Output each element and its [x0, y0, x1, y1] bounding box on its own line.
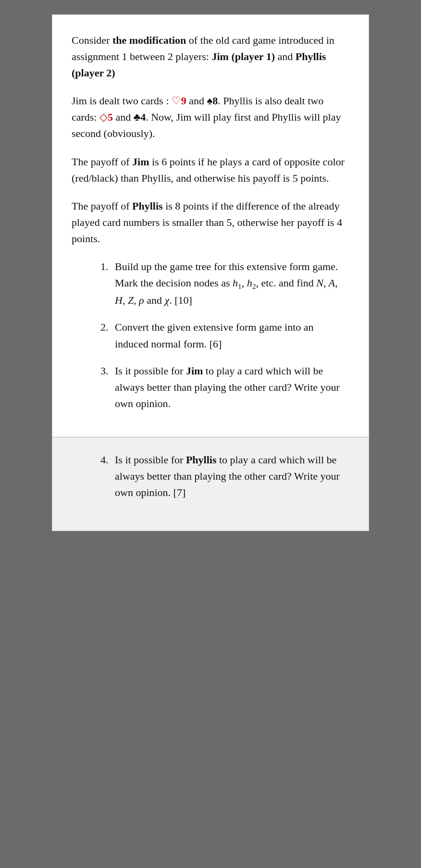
list-text-2: Convert the given extensive form game in…: [115, 319, 349, 352]
jim-card2-num: 8: [212, 95, 218, 107]
phyllis-payoff-paragraph: The payoff of Phyllis is 8 points if the…: [72, 198, 349, 247]
jim-card1-num: 9: [181, 95, 186, 107]
intro-bold-1: the modification: [112, 34, 186, 46]
main-card-bottom: 4. Is it possible for Phyllis to play a …: [52, 437, 369, 531]
list-text-4: Is it possible for Phyllis to play a car…: [115, 452, 349, 501]
jim-cards-prefix: Jim is dealt two cards :: [72, 95, 172, 107]
variables-italic: N, A, H, Z, ρ: [115, 277, 337, 306]
questions-list: 1. Build up the game tree for this exten…: [72, 259, 349, 412]
intro-text-3: and: [275, 50, 296, 62]
phyllis-bold-4: Phyllis: [186, 454, 217, 466]
list-item-2: 2. Convert the given extensive form game…: [100, 319, 349, 352]
list-num-2: 2.: [100, 319, 115, 335]
phyllis-between: and: [113, 111, 134, 123]
jim-card1-suit: ♡: [172, 95, 181, 107]
main-card-top: Consider the modification of the old car…: [52, 14, 369, 437]
phyllis-card2-suit: ♣: [134, 111, 140, 123]
jim-card2-suit: ♠: [207, 95, 213, 107]
list-text-3: Is it possible for Jim to play a card wh…: [115, 363, 349, 412]
h-sub-2: 2: [252, 283, 256, 291]
phyllis-payoff-bold: Phyllis: [132, 200, 163, 212]
phyllis-card2-num: 4: [140, 111, 146, 123]
jim-payoff-text: The payoff of: [72, 156, 132, 168]
phyllis-card1-suit: ◇: [99, 111, 108, 123]
cards-paragraph: Jim is dealt two cards : ♡9 and ♠8. Phyl…: [72, 93, 349, 142]
h-sub-1: 1: [238, 283, 242, 291]
phyllis-card1-num: 5: [108, 111, 113, 123]
h-italic-2: h: [247, 277, 252, 289]
phyllis-payoff-text: The payoff of: [72, 200, 132, 212]
jim-between: and: [186, 95, 207, 107]
jim-bold-3: Jim: [186, 365, 203, 377]
chi-italic: χ: [164, 294, 169, 306]
h-italic-1: h: [233, 277, 238, 289]
jim-payoff-bold: Jim: [132, 156, 149, 168]
list-item-3: 3. Is it possible for Jim to play a card…: [100, 363, 349, 412]
jim-payoff-paragraph: The payoff of Jim is 6 points if he play…: [72, 154, 349, 186]
list-num-3: 3.: [100, 363, 115, 379]
questions-list-bottom: 4. Is it possible for Phyllis to play a …: [72, 452, 349, 501]
list-text-1: Build up the game tree for this extensiv…: [115, 259, 349, 309]
intro-paragraph: Consider the modification of the old car…: [72, 32, 349, 81]
list-item-4: 4. Is it possible for Phyllis to play a …: [100, 452, 349, 501]
list-num-1: 1.: [100, 259, 115, 275]
list-item-1: 1. Build up the game tree for this exten…: [100, 259, 349, 309]
intro-text-1: Consider: [72, 34, 112, 46]
intro-bold-2: Jim (player 1): [211, 50, 275, 62]
list-num-4: 4.: [100, 452, 115, 468]
